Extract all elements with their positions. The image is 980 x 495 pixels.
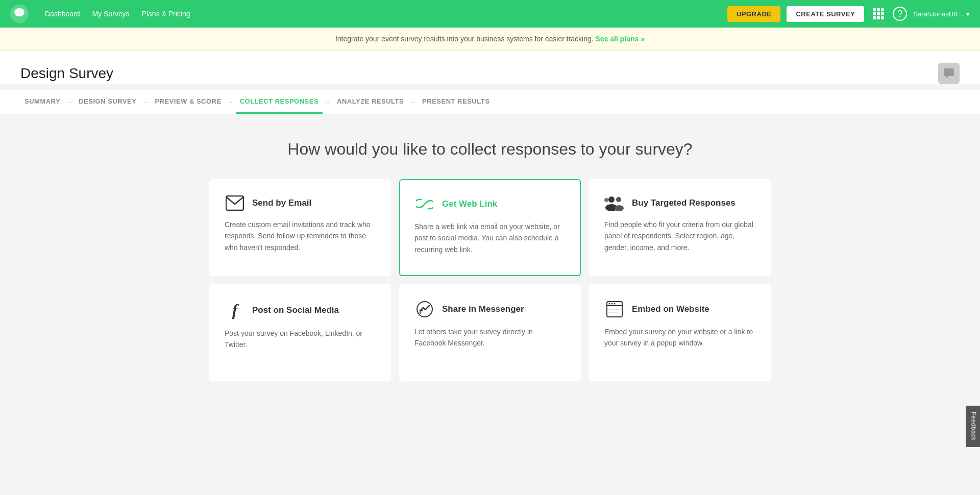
page-title: Design Survey — [20, 65, 113, 82]
svg-point-16 — [609, 303, 610, 305]
main-content: How would you like to collect responses … — [0, 114, 980, 495]
page-title-row: Design Survey — [0, 51, 980, 84]
arrow-icon: → — [410, 98, 416, 106]
card-header: Embed on Website — [604, 301, 755, 318]
create-survey-button[interactable]: CREATE SURVEY — [787, 6, 864, 22]
card-title: Embed on Website — [632, 304, 709, 314]
main-nav: Dashboard My Surveys Plans & Pricing — [45, 10, 711, 18]
messenger-icon — [414, 301, 435, 318]
section-title: How would you like to collect responses … — [20, 140, 960, 159]
promo-banner: Integrate your event survey results into… — [0, 28, 980, 51]
card-desc: Embed your survey on your website or a l… — [604, 326, 755, 349]
breadcrumb-preview-score[interactable]: PREVIEW & SCORE — [151, 90, 225, 114]
arrow-icon: → — [66, 98, 72, 106]
arrow-icon: → — [142, 98, 149, 106]
breadcrumb-collect-responses[interactable]: COLLECT RESPONSES — [236, 90, 323, 114]
card-title: Post on Social Media — [252, 305, 339, 315]
arrow-icon: → — [325, 98, 331, 106]
dashboard-link[interactable]: Dashboard — [45, 10, 80, 18]
svg-point-17 — [611, 303, 613, 305]
card-header: Share in Messenger — [414, 301, 566, 318]
arrow-icon: → — [228, 98, 234, 106]
apps-grid — [873, 8, 884, 19]
people-icon — [604, 195, 625, 211]
svg-rect-4 — [226, 196, 243, 210]
grid-icon[interactable] — [870, 6, 887, 22]
chat-button[interactable] — [938, 63, 960, 84]
post-social-card[interactable]: f Post on Social Media Post your survey … — [209, 284, 391, 381]
card-header: Get Web Link — [414, 195, 566, 213]
card-title: Buy Targeted Responses — [632, 198, 736, 208]
user-menu[interactable]: SarahJonasUIF... ▾ — [913, 10, 970, 18]
svg-point-8 — [604, 198, 608, 202]
card-desc: Post your survey on Facebook, LinkedIn, … — [225, 328, 376, 351]
see-all-plans-link[interactable]: See all plans » — [596, 35, 645, 43]
card-header: Buy Targeted Responses — [604, 195, 755, 211]
card-header: Send by Email — [225, 195, 376, 211]
share-messenger-card[interactable]: Share in Messenger Let others take your … — [399, 284, 581, 381]
embed-website-card[interactable]: Embed on Website Embed your survey on yo… — [589, 284, 771, 381]
help-icon[interactable]: ? — [893, 7, 907, 21]
breadcrumb-design-survey[interactable]: DESIGN SURVEY — [75, 90, 140, 114]
breadcrumb-summary[interactable]: SUMMARY — [20, 90, 64, 114]
my-surveys-link[interactable]: My Surveys — [92, 10, 130, 18]
card-title: Get Web Link — [442, 199, 497, 209]
card-title: Send by Email — [252, 198, 311, 208]
svg-marker-3 — [946, 76, 949, 79]
svg-line-5 — [422, 202, 427, 207]
facebook-icon: f — [225, 301, 245, 319]
header-right: UPGRADE CREATE SURVEY ? SarahJonasUIF...… — [727, 6, 970, 22]
get-web-link-card[interactable]: Get Web Link Share a web link via email … — [399, 179, 581, 276]
card-desc: Share a web link via email on your websi… — [414, 221, 566, 255]
card-header: f Post on Social Media — [225, 301, 376, 319]
header: Dashboard My Surveys Plans & Pricing UPG… — [0, 0, 980, 28]
card-desc: Let others take your survey directly in … — [414, 326, 566, 349]
chevron-down-icon: ▾ — [966, 10, 970, 18]
card-desc: Find people who fit your criteria from o… — [604, 219, 755, 253]
card-desc: Create custom email invitations and trac… — [225, 219, 376, 253]
breadcrumb-present-results[interactable]: PRESENT RESULTS — [418, 90, 494, 114]
breadcrumb-analyze-results[interactable]: ANALYZE RESULTS — [333, 90, 408, 114]
svg-rect-2 — [944, 68, 954, 76]
link-icon — [414, 195, 435, 213]
breadcrumb-nav: SUMMARY → DESIGN SURVEY → PREVIEW & SCOR… — [0, 90, 980, 114]
card-title: Share in Messenger — [442, 304, 524, 314]
plans-pricing-link[interactable]: Plans & Pricing — [142, 10, 190, 18]
embed-icon — [604, 301, 625, 318]
send-email-card[interactable]: Send by Email Create custom email invita… — [209, 179, 391, 276]
svg-point-6 — [608, 196, 615, 203]
upgrade-button[interactable]: UPGRADE — [727, 6, 781, 22]
svg-point-18 — [614, 303, 616, 305]
feedback-tab[interactable]: Feedback — [966, 406, 980, 447]
collection-methods-grid: Send by Email Create custom email invita… — [209, 179, 771, 381]
buy-targeted-card[interactable]: Buy Targeted Responses Find people who f… — [589, 179, 771, 276]
svg-point-7 — [616, 197, 621, 202]
logo[interactable] — [10, 5, 29, 23]
email-icon — [225, 195, 245, 211]
